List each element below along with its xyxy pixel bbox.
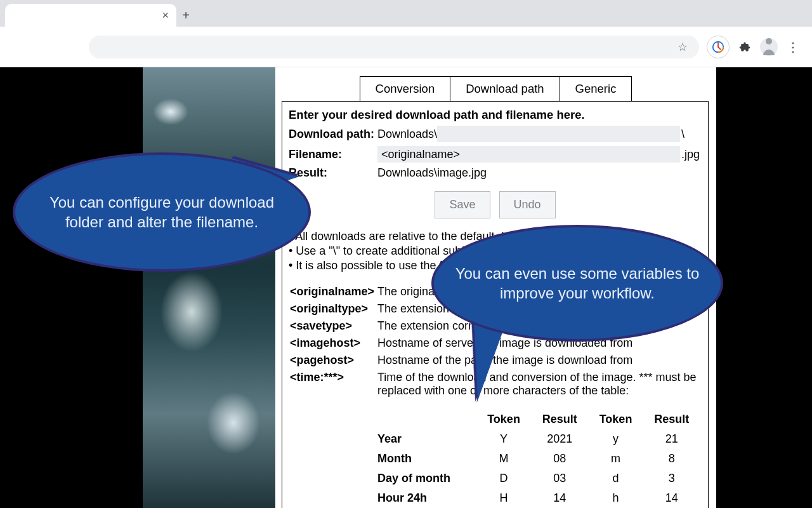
callout-text: You can even use some variables to impro…: [453, 264, 702, 303]
save-button[interactable]: Save: [435, 191, 490, 218]
var-name: <imagehost>: [290, 334, 376, 350]
table-row: Hour 24h H 14 h 14: [372, 489, 700, 507]
download-path-suffix: \: [680, 128, 702, 141]
label-filename: Filename:: [289, 148, 377, 161]
extensions-puzzle-icon[interactable]: [738, 41, 751, 53]
var-desc: Hostname of the page the image is downlo…: [377, 351, 700, 367]
result-value: Downloads\image.jpg: [377, 166, 487, 180]
row-filename: Filename: .jpg: [289, 146, 702, 163]
popup-tabs: Conversion Download path Generic: [275, 67, 716, 102]
browser-tabstrip: × +: [0, 0, 812, 27]
panel-heading: Enter your desired download path and fil…: [289, 108, 702, 122]
browser-tab[interactable]: ×: [5, 4, 176, 27]
extension-active-icon[interactable]: [707, 36, 730, 58]
background-water-image: [143, 67, 282, 508]
download-path-input[interactable]: [437, 126, 680, 142]
th-result: Result: [532, 410, 587, 429]
undo-button[interactable]: Undo: [499, 191, 556, 218]
browser-toolbar: ☆ ⋮: [0, 27, 812, 67]
var-desc: Time of the download and conversion of t…: [377, 368, 700, 398]
close-icon[interactable]: ×: [162, 10, 169, 21]
address-bar[interactable]: ☆: [89, 36, 699, 58]
table-row: Day of month D 03 d 3: [372, 469, 700, 488]
callout-text: You can configure your download folder a…: [34, 192, 289, 232]
th-token: Token: [477, 410, 530, 429]
th-result: Result: [644, 410, 700, 429]
tab-download-path[interactable]: Download path: [450, 76, 560, 102]
filename-input[interactable]: [377, 146, 680, 163]
th-token: Token: [589, 410, 642, 429]
row-download-path: Download path: Downloads\ \: [289, 126, 702, 142]
new-tab-button[interactable]: +: [176, 4, 195, 27]
row-result: Result: Downloads\image.jpg: [289, 166, 702, 180]
bookmark-star-icon[interactable]: ☆: [678, 40, 688, 54]
tab-generic[interactable]: Generic: [560, 76, 632, 102]
table-row: Year Y 2021 y 21: [372, 430, 700, 448]
callout-download-folder: You can configure your download folder a…: [13, 152, 311, 272]
var-name: <originalname>: [290, 283, 376, 298]
profile-avatar-icon[interactable]: [760, 38, 778, 56]
tab-conversion[interactable]: Conversion: [360, 76, 451, 102]
filename-suffix: .jpg: [680, 148, 702, 161]
var-name: <time:***>: [290, 368, 376, 398]
download-path-prefix: Downloads\: [377, 128, 437, 141]
page-viewport: Conversion Download path Generic Enter y…: [0, 67, 812, 508]
callout-variables: You can even use some variables to impro…: [431, 225, 723, 342]
var-name: <savetype>: [290, 317, 376, 333]
token-table: Token Result Token Result Year Y 2021 y …: [371, 409, 701, 508]
table-row: Month M 08 m 8: [372, 450, 700, 468]
label-download-path: Download path:: [289, 128, 377, 141]
var-name: <originaltype>: [290, 300, 376, 316]
browser-menu-icon[interactable]: ⋮: [787, 39, 801, 55]
var-name: <pagehost>: [290, 351, 376, 367]
browser-window: × + ☆ ⋮: [0, 0, 812, 508]
label-result: Result:: [289, 166, 377, 180]
